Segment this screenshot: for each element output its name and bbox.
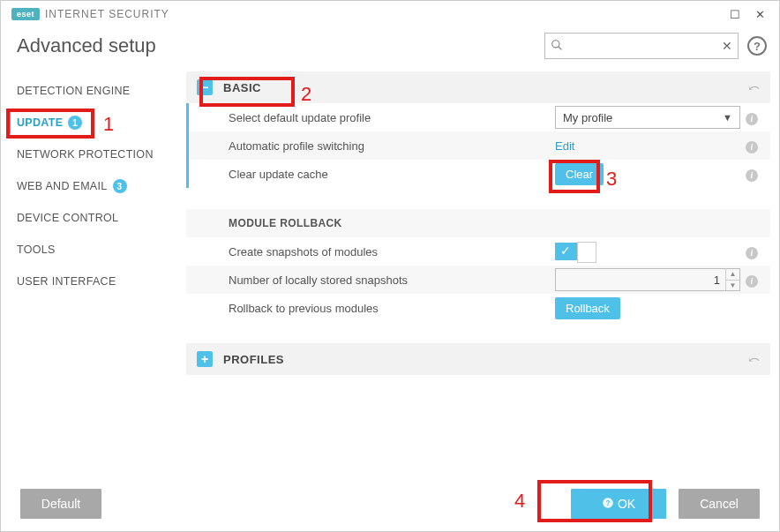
- svg-text:?: ?: [605, 498, 610, 506]
- info-icon[interactable]: i: [746, 169, 758, 182]
- ok-label: OK: [618, 497, 635, 511]
- cancel-button[interactable]: Cancel: [679, 489, 760, 519]
- stepper-down-icon[interactable]: ▼: [726, 281, 739, 291]
- chevron-down-icon: ▼: [723, 112, 732, 123]
- collapse-icon[interactable]: −: [197, 79, 213, 95]
- stepper-value: 1: [556, 273, 725, 287]
- row-rollback: Rollback to previous modules Rollback: [186, 294, 770, 322]
- sidebar-item-label: DETECTION ENGINE: [17, 85, 130, 97]
- sidebar-item-network-protection[interactable]: NETWORK PROTECTION: [1, 139, 186, 170]
- window-close-button[interactable]: ✕: [747, 4, 772, 24]
- sidebar-item-detection-engine[interactable]: DETECTION ENGINE: [1, 75, 186, 107]
- sidebar-item-label: TOOLS: [17, 244, 56, 256]
- profile-dropdown[interactable]: My profile ▼: [555, 106, 740, 129]
- brand-product: INTERNET SECURITY: [45, 8, 169, 20]
- info-icon[interactable]: i: [746, 247, 758, 259]
- sidebar-item-label: DEVICE CONTROL: [17, 212, 118, 224]
- snapshot-count-stepper[interactable]: 1 ▲ ▼: [555, 268, 740, 291]
- row-label: Select default update profile: [229, 111, 555, 124]
- sidebar-badge: 3: [113, 179, 127, 193]
- info-icon[interactable]: i: [746, 113, 758, 125]
- sidebar-item-user-interface[interactable]: USER INTERFACE: [1, 266, 186, 297]
- edit-link[interactable]: Edit: [555, 139, 574, 153]
- info-icon[interactable]: i: [746, 141, 758, 154]
- search-box[interactable]: ✕: [544, 33, 739, 59]
- row-label: Automatic profile switching: [229, 139, 555, 153]
- check-icon: ✓: [560, 244, 571, 258]
- main-panel: − BASIC ⤺ Select default update profile …: [186, 71, 779, 495]
- sidebar-item-label: UPDATE: [17, 116, 63, 129]
- row-default-profile: Select default update profile My profile…: [186, 103, 770, 131]
- row-label: Number of locally stored snapshots: [229, 273, 555, 287]
- dropdown-value: My profile: [563, 111, 612, 124]
- titlebar: eset INTERNET SECURITY ☐ ✕: [1, 1, 779, 27]
- subsection-module-rollback: MODULE ROLLBACK: [186, 209, 770, 237]
- sidebar-badge: 1: [68, 116, 82, 130]
- snapshots-toggle[interactable]: ✓: [555, 243, 596, 260]
- footer: Default ? OK Cancel: [1, 476, 779, 531]
- expand-icon[interactable]: +: [197, 351, 213, 367]
- help-button[interactable]: ?: [747, 36, 767, 56]
- row-auto-switching: Automatic profile switching Edit i: [186, 131, 770, 160]
- row-label: Rollback to previous modules: [229, 302, 555, 315]
- sidebar-item-label: WEB AND EMAIL: [17, 180, 108, 192]
- app-window: eset INTERNET SECURITY ☐ ✕ Advanced setu…: [0, 0, 780, 532]
- sidebar: DETECTION ENGINE UPDATE 1 NETWORK PROTEC…: [1, 71, 186, 495]
- search-input[interactable]: [566, 39, 722, 54]
- svg-point-0: [552, 40, 559, 47]
- stepper-up-icon[interactable]: ▲: [726, 269, 739, 281]
- page-title: Advanced setup: [17, 34, 544, 57]
- window-maximize-button[interactable]: ☐: [723, 4, 747, 24]
- sidebar-item-label: USER INTERFACE: [17, 275, 116, 288]
- brand-logo: eset: [11, 8, 40, 20]
- header: Advanced setup ✕ ?: [1, 27, 779, 71]
- section-title: PROFILES: [223, 353, 284, 366]
- sidebar-item-device-control[interactable]: DEVICE CONTROL: [1, 202, 186, 234]
- ok-button[interactable]: ? OK: [571, 489, 666, 519]
- clear-button[interactable]: Clear: [555, 163, 604, 185]
- default-button[interactable]: Default: [20, 489, 101, 519]
- search-icon: [551, 39, 563, 54]
- svg-line-1: [559, 46, 562, 49]
- revert-icon[interactable]: ⤺: [748, 351, 760, 368]
- row-create-snapshots: Create snapshots of modules ✓ i: [186, 237, 770, 266]
- sidebar-item-label: NETWORK PROTECTION: [17, 148, 154, 161]
- rollback-button[interactable]: Rollback: [555, 297, 620, 319]
- section-basic-header[interactable]: − BASIC ⤺: [186, 71, 770, 103]
- section-title: BASIC: [223, 81, 261, 94]
- row-label: Create snapshots of modules: [229, 245, 555, 259]
- search-clear-icon[interactable]: ✕: [722, 39, 732, 53]
- body: DETECTION ENGINE UPDATE 1 NETWORK PROTEC…: [1, 71, 779, 495]
- sidebar-item-tools[interactable]: TOOLS: [1, 234, 186, 266]
- row-label: Clear update cache: [229, 168, 555, 181]
- sidebar-item-update[interactable]: UPDATE 1: [1, 107, 186, 139]
- section-profiles-header[interactable]: + PROFILES ⤺: [186, 343, 770, 375]
- row-snapshot-count: Number of locally stored snapshots 1 ▲ ▼…: [186, 266, 770, 294]
- row-clear-cache: Clear update cache Clear i: [186, 160, 770, 188]
- revert-icon[interactable]: ⤺: [748, 79, 760, 96]
- sidebar-item-web-and-email[interactable]: WEB AND EMAIL 3: [1, 170, 186, 202]
- info-icon[interactable]: i: [746, 275, 758, 288]
- help-badge-icon: ?: [602, 497, 614, 512]
